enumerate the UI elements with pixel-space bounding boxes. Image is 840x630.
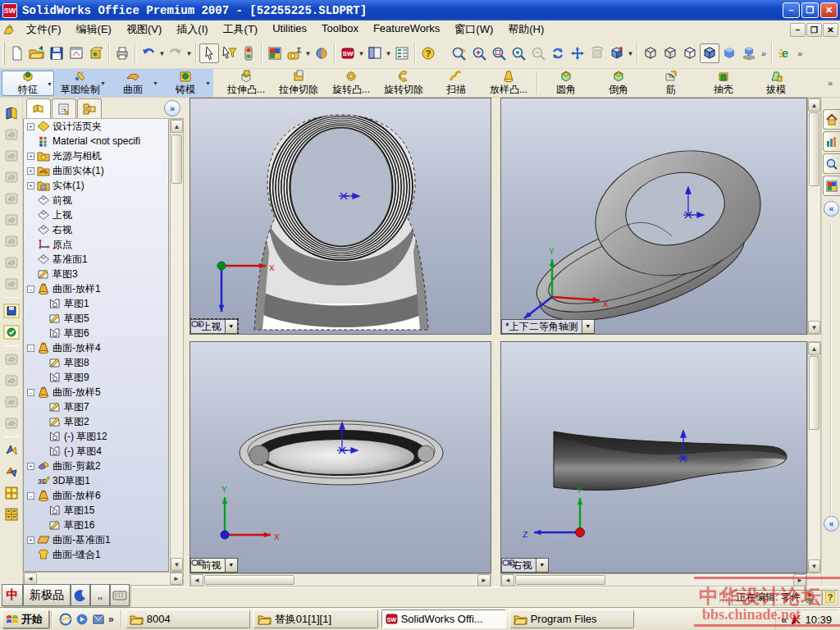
make-assembly-icon[interactable] (86, 43, 106, 63)
tree-item[interactable]: 草图3 (24, 267, 168, 281)
feature-button-boss-extrude[interactable]: 拉伸凸... (221, 70, 272, 97)
print-icon[interactable] (112, 43, 132, 63)
make-drawing-icon[interactable] (66, 43, 86, 63)
feature-button-fillet[interactable]: 圆角 (541, 70, 591, 97)
display-hidden-visible-icon[interactable] (660, 43, 680, 63)
minimize-button[interactable]: – (783, 2, 800, 18)
select-filter-icon[interactable] (219, 43, 239, 63)
open-icon[interactable] (27, 43, 47, 63)
dropdown-arrow-icon[interactable]: ▼ (385, 43, 392, 63)
tree-expand-minus[interactable]: - (27, 492, 34, 500)
tree-item[interactable]: +曲面-剪裁2 (24, 459, 168, 473)
tree-item[interactable]: 曲面-缝合1 (24, 547, 168, 562)
view-orientation-label[interactable]: *上视▼ (190, 319, 238, 334)
doc-restore-button[interactable]: ❐ (806, 23, 822, 37)
menu-6[interactable]: Utilities (265, 22, 314, 37)
tree-item[interactable]: 原点 (24, 237, 168, 252)
tree-vertical-scrollbar[interactable]: ▲ ▼ (170, 119, 184, 572)
menu-1[interactable]: 文件(F) (19, 22, 69, 37)
tree-item[interactable]: +设计活页夹 (24, 119, 168, 134)
traffic-light-icon[interactable] (239, 43, 258, 63)
zoom-pen-icon[interactable] (450, 43, 469, 63)
task-pane-collapse-chevron-2[interactable]: « (824, 516, 839, 532)
view-dropdown-arrow[interactable]: ▼ (582, 320, 594, 333)
view-orientation-label[interactable]: *右视▼ (501, 558, 549, 573)
menu-7[interactable]: Toolbox (314, 22, 366, 37)
toolbar-tab-tab-features[interactable]: 特征▼ (2, 71, 54, 96)
keyboard-icon[interactable] (110, 584, 130, 606)
rotate-disabled-icon[interactable] (587, 43, 607, 63)
doc-minimize-button[interactable]: – (790, 23, 806, 37)
ime-name-button[interactable]: 新极品 (23, 584, 71, 606)
viewport-scrollbar-top-right[interactable]: ▲ ▼ (807, 98, 821, 335)
dropdown-arrow-icon[interactable]: ▼ (358, 43, 365, 63)
tree-item[interactable]: 草图7 (24, 399, 168, 414)
dropdown-arrow-icon[interactable]: ▼ (627, 43, 634, 63)
sketch-gray-icon[interactable] (2, 126, 21, 144)
flatten-gray-icon[interactable] (2, 393, 21, 411)
tree-scroll-up[interactable]: ▲ (171, 120, 183, 133)
toolbar-tab-tab-sketch[interactable]: 草图绘制▼ (54, 71, 107, 96)
display-hidden-removed-icon[interactable] (680, 43, 700, 63)
menu-3[interactable]: 视图(V) (119, 22, 169, 37)
rotate-section-icon[interactable] (312, 43, 331, 63)
tree-expand-plus[interactable]: + (27, 463, 34, 470)
taskbar-task-8004[interactable]: 8004 (126, 609, 250, 628)
feature-button-cut-extrude[interactable]: 拉伸切除 (273, 70, 324, 97)
display-shaded-icon[interactable] (719, 43, 739, 63)
tree-scroll-right[interactable]: ► (170, 573, 183, 585)
outlook-icon[interactable] (92, 613, 105, 626)
start-button[interactable]: 开始 (2, 609, 49, 628)
viewport-top[interactable]: XZ *上视▼ (189, 98, 491, 335)
taskbar-task-solidworks-offi-[interactable]: SWSolidWorks Offi... (381, 609, 506, 628)
zoom-selection-icon[interactable] (509, 43, 528, 63)
tree-item[interactable]: 前视 (24, 193, 168, 208)
redo-disabled-icon[interactable] (166, 43, 185, 63)
display-shadow-icon[interactable] (739, 43, 759, 63)
dome-gray-icon[interactable] (2, 253, 21, 272)
ime-k-icon[interactable] (790, 614, 801, 625)
dropdown-arrow-icon[interactable]: ▼ (158, 43, 166, 63)
tree-item[interactable]: 草图1 (24, 296, 168, 311)
media-icon[interactable] (75, 613, 89, 626)
tree-item[interactable]: 3D3D草图1 (24, 473, 168, 488)
display-shaded-edges-icon[interactable] (700, 43, 719, 63)
tree-item[interactable]: +曲面-基准面1 (24, 532, 168, 547)
help-icon[interactable]: ? (418, 43, 438, 63)
view-orientation-label[interactable]: *前视▼ (190, 558, 238, 573)
fold-color-icon[interactable] (2, 441, 21, 459)
features-overflow-chevron[interactable]: » (825, 78, 835, 88)
task-pane-collapse-chevron[interactable]: « (824, 201, 839, 217)
align-up-gray-icon[interactable] (2, 372, 21, 390)
align-down-gray-icon[interactable] (2, 350, 21, 368)
tree-expand-plus[interactable]: + (27, 167, 34, 175)
viewport-horizontal-splitter[interactable] (189, 335, 821, 341)
view-dropdown-arrow[interactable]: ▼ (225, 320, 237, 333)
tree-item[interactable]: 草图16 (24, 518, 168, 532)
pan-icon[interactable] (568, 43, 587, 63)
tree-item[interactable]: 右视 (24, 222, 168, 237)
split-window-icon[interactable] (365, 43, 385, 63)
viewport-front[interactable]: YX *前视▼ (189, 341, 491, 573)
viewport-vertical-splitter[interactable] (491, 98, 500, 587)
tree-item[interactable]: 草图15 (24, 503, 168, 518)
viewport-scrollbar-bottom-left-h[interactable]: ◄ ► (189, 573, 491, 587)
tree-item[interactable]: -曲面-放样4 (24, 340, 168, 355)
tree-expand-minus[interactable]: - (27, 345, 34, 352)
tree-expand-plus[interactable]: + (27, 123, 34, 130)
tree-scroll-thumb[interactable] (171, 135, 182, 184)
zoom-out-disabled-icon[interactable] (528, 43, 548, 63)
tree-item[interactable]: Material <not specifi (24, 134, 168, 148)
menu-2[interactable]: 编辑(E) (69, 22, 119, 37)
feature-button-loft-boss[interactable]: 放样凸... (483, 70, 534, 97)
revolve-gray-icon[interactable] (2, 168, 21, 186)
plane-gray-icon[interactable] (2, 147, 21, 165)
resources-tab[interactable] (823, 131, 840, 152)
tree-expand-plus[interactable]: + (27, 182, 34, 189)
view-dropdown-arrow[interactable]: ▼ (536, 559, 548, 572)
punct-icon[interactable]: ,, (90, 584, 110, 606)
palette-tab[interactable] (823, 176, 840, 196)
configuration-tab[interactable] (77, 98, 102, 118)
feature-button-rib[interactable]: 筋 (646, 70, 696, 97)
tree-item[interactable]: +实体(1) (24, 178, 168, 193)
